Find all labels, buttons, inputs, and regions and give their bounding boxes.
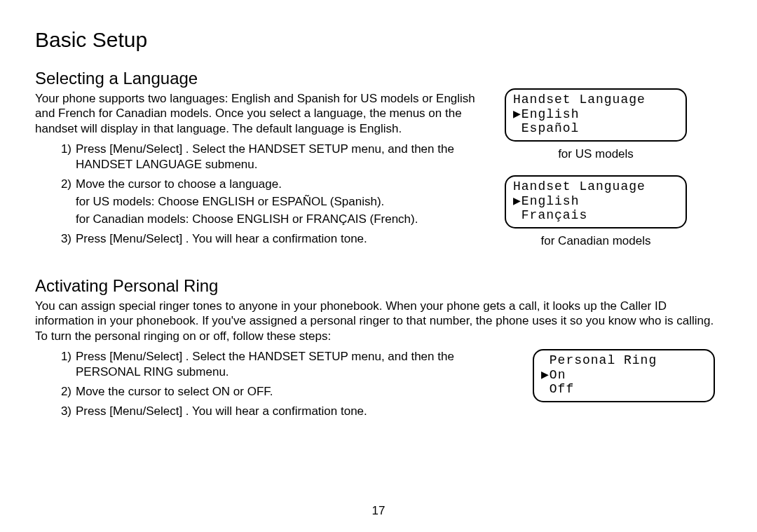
step-text: Press [Menu/Select] . Select the HANDSET… xyxy=(76,142,491,172)
section2-left: 1) Press [Menu/Select] . Select the HAND… xyxy=(35,349,519,423)
page-title: Basic Setup xyxy=(35,28,722,52)
step-num: 1) xyxy=(56,349,71,380)
step-num: 2) xyxy=(56,177,71,227)
personal-ring-screen: Personal Ring ▶On Off xyxy=(533,349,715,402)
step-num: 3) xyxy=(56,404,71,419)
screen-line: ▶English xyxy=(513,107,678,122)
step-subtext: for US models: Choose ENGLISH or ESPAÑOL… xyxy=(76,194,491,210)
step-text: Press [Menu/Select] . You will hear a co… xyxy=(76,404,519,419)
step-num: 1) xyxy=(56,142,71,172)
ca-caption: for Canadian models xyxy=(505,234,687,248)
section2-steps: 1) Press [Menu/Select] . Select the HAND… xyxy=(35,349,519,419)
us-caption: for US models xyxy=(505,147,687,161)
step-maintext: Move the cursor to choose a language. xyxy=(76,177,282,191)
screen-line: ▶English xyxy=(513,194,678,209)
step-item: 2) Move the cursor to select ON or OFF. xyxy=(56,384,519,400)
us-language-screen: Handset Language ▶English Español xyxy=(505,88,687,142)
screen-line: ▶On xyxy=(541,368,707,383)
section2-intro: You can assign special ringer tones to a… xyxy=(35,299,722,343)
step-text: Press [Menu/Select] . You will hear a co… xyxy=(76,231,491,247)
screen-line: Off xyxy=(541,382,707,397)
section2-row: 1) Press [Menu/Select] . Select the HAND… xyxy=(35,349,722,423)
section1-heading: Selecting a Language xyxy=(35,69,491,88)
section-personal-ring: Activating Personal Ring You can assign … xyxy=(35,276,722,423)
step-num: 3) xyxy=(56,231,71,247)
section2-heading: Activating Personal Ring xyxy=(35,276,722,296)
screen-line: Español xyxy=(513,121,678,136)
section-language-right: Handset Language ▶English Español for US… xyxy=(505,69,687,257)
step-subtext: for Canadian models: Choose ENGLISH or F… xyxy=(76,212,491,227)
screen-line: Personal Ring xyxy=(541,353,707,368)
step-text: Move the cursor to choose a language. fo… xyxy=(76,177,491,227)
section-language-left: Selecting a Language Your phone supports… xyxy=(35,69,491,251)
ca-language-screen: Handset Language ▶English Français xyxy=(505,175,687,229)
section2-right: Personal Ring ▶On Off xyxy=(533,349,715,402)
step-item: 1) Press [Menu/Select] . Select the HAND… xyxy=(56,142,491,172)
page-number: 17 xyxy=(372,504,386,518)
screen-line: Handset Language xyxy=(513,179,678,194)
step-item: 3) Press [Menu/Select] . You will hear a… xyxy=(56,231,491,247)
step-text: Move the cursor to select ON or OFF. xyxy=(76,384,519,400)
screen-line: Français xyxy=(513,208,678,223)
step-num: 2) xyxy=(56,384,71,400)
step-item: 2) Move the cursor to choose a language.… xyxy=(56,177,491,227)
section1-steps: 1) Press [Menu/Select] . Select the HAND… xyxy=(35,142,491,247)
section-language: Selecting a Language Your phone supports… xyxy=(35,69,722,257)
step-text: Press [Menu/Select] . Select the HANDSET… xyxy=(76,349,519,380)
step-item: 3) Press [Menu/Select] . You will hear a… xyxy=(56,404,519,419)
step-item: 1) Press [Menu/Select] . Select the HAND… xyxy=(56,349,519,380)
screen-line: Handset Language xyxy=(513,93,678,107)
section1-intro: Your phone supports two languages: Engli… xyxy=(35,91,491,136)
